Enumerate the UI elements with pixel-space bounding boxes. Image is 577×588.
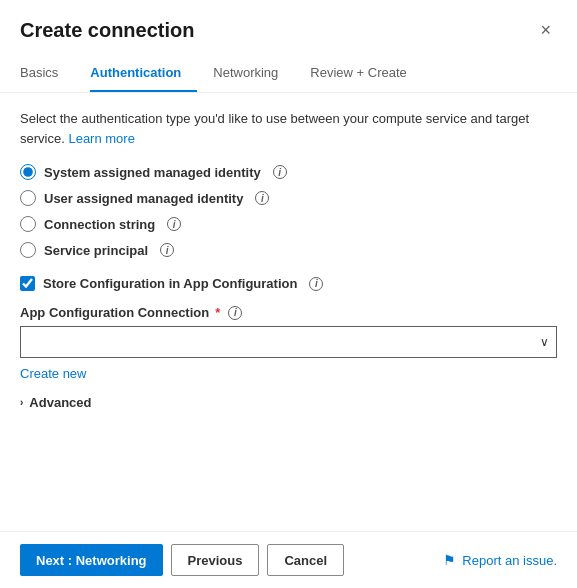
report-icon: ⚑ (443, 552, 456, 568)
advanced-section[interactable]: › Advanced (20, 395, 557, 410)
advanced-label: Advanced (29, 395, 91, 410)
app-config-info-icon[interactable]: i (228, 306, 242, 320)
footer: Next : Networking Previous Cancel ⚑ Repo… (0, 532, 577, 588)
radio-service-principal[interactable]: Service principal i (20, 242, 557, 258)
service-principal-info-icon[interactable]: i (160, 243, 174, 257)
tab-basics[interactable]: Basics (20, 57, 74, 92)
create-connection-dialog: Create connection × Basics Authenticatio… (0, 0, 577, 588)
store-config-info-icon[interactable]: i (309, 277, 323, 291)
radio-system-assigned[interactable]: System assigned managed identity i (20, 164, 557, 180)
auth-type-radio-group: System assigned managed identity i User … (20, 164, 557, 258)
cancel-button[interactable]: Cancel (267, 544, 344, 576)
radio-connection-string-label: Connection string (44, 217, 155, 232)
tab-review-create[interactable]: Review + Create (310, 57, 422, 92)
radio-service-principal-label: Service principal (44, 243, 148, 258)
dialog-header: Create connection × (0, 0, 577, 43)
description-text: Select the authentication type you'd lik… (20, 109, 557, 148)
tab-networking[interactable]: Networking (213, 57, 294, 92)
radio-system-assigned-label: System assigned managed identity (44, 165, 261, 180)
radio-system-assigned-input[interactable] (20, 164, 36, 180)
create-new-link[interactable]: Create new (20, 366, 86, 381)
report-issue-link[interactable]: ⚑ Report an issue. (443, 552, 557, 568)
app-config-field-label: App Configuration Connection * i (20, 305, 557, 320)
advanced-chevron-icon: › (20, 397, 23, 408)
radio-user-assigned-input[interactable] (20, 190, 36, 206)
store-config-checkbox-section: Store Configuration in App Configuration… (20, 276, 557, 291)
content-area: Select the authentication type you'd lik… (0, 93, 577, 531)
user-assigned-info-icon[interactable]: i (255, 191, 269, 205)
radio-connection-string-input[interactable] (20, 216, 36, 232)
learn-more-link[interactable]: Learn more (68, 131, 134, 146)
close-button[interactable]: × (534, 18, 557, 43)
store-config-checkbox[interactable] (20, 276, 35, 291)
system-assigned-info-icon[interactable]: i (273, 165, 287, 179)
tab-bar: Basics Authentication Networking Review … (0, 43, 577, 93)
report-issue-label: Report an issue. (462, 553, 557, 568)
radio-user-assigned[interactable]: User assigned managed identity i (20, 190, 557, 206)
radio-user-assigned-label: User assigned managed identity (44, 191, 243, 206)
store-config-label: Store Configuration in App Configuration (43, 276, 297, 291)
required-marker: * (215, 305, 220, 320)
footer-buttons-left: Next : Networking Previous Cancel (20, 544, 344, 576)
next-button[interactable]: Next : Networking (20, 544, 163, 576)
connection-string-info-icon[interactable]: i (167, 217, 181, 231)
radio-service-principal-input[interactable] (20, 242, 36, 258)
app-config-dropdown[interactable] (20, 326, 557, 358)
radio-connection-string[interactable]: Connection string i (20, 216, 557, 232)
app-config-dropdown-wrapper: ∨ (20, 326, 557, 358)
dialog-title: Create connection (20, 19, 194, 42)
tab-authentication[interactable]: Authentication (90, 57, 197, 92)
previous-button[interactable]: Previous (171, 544, 260, 576)
